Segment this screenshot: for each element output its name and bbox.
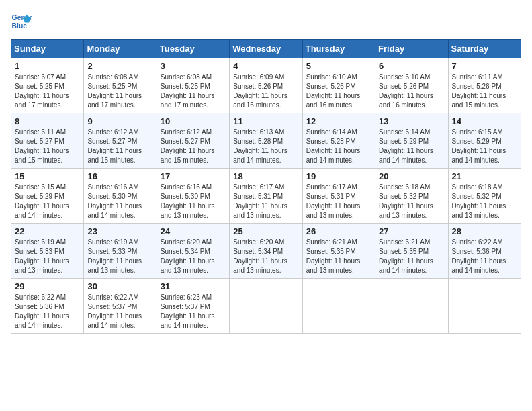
day-number: 15 [15,171,80,181]
calendar-cell: 7Sunrise: 6:11 AMSunset: 5:26 PMDaylight… [448,58,521,113]
day-info: Sunrise: 6:14 AMSunset: 5:29 PMDaylight:… [379,128,444,165]
day-header-friday: Friday [375,40,448,58]
calendar-cell [302,279,375,334]
day-info: Sunrise: 6:11 AMSunset: 5:26 PMDaylight:… [452,73,517,110]
day-number: 25 [233,226,298,236]
calendar-cell: 8Sunrise: 6:11 AMSunset: 5:27 PMDaylight… [11,113,84,169]
calendar-cell: 25Sunrise: 6:20 AMSunset: 5:34 PMDayligh… [230,224,302,279]
day-number: 10 [161,116,226,126]
calendar-table: SundayMondayTuesdayWednesdayThursdayFrid… [11,39,521,334]
calendar-cell: 31Sunrise: 6:23 AMSunset: 5:37 PMDayligh… [157,279,229,334]
day-number: 1 [15,61,80,71]
calendar-cell: 28Sunrise: 6:22 AMSunset: 5:36 PMDayligh… [448,224,521,279]
calendar-header-row: SundayMondayTuesdayWednesdayThursdayFrid… [11,40,521,58]
calendar-cell: 19Sunrise: 6:17 AMSunset: 5:31 PMDayligh… [302,169,375,224]
calendar-cell: 16Sunrise: 6:16 AMSunset: 5:30 PMDayligh… [84,169,157,224]
day-info: Sunrise: 6:14 AMSunset: 5:28 PMDaylight:… [306,128,371,165]
day-number: 29 [15,281,80,291]
calendar-cell: 20Sunrise: 6:18 AMSunset: 5:32 PMDayligh… [375,169,448,224]
calendar-cell: 11Sunrise: 6:13 AMSunset: 5:28 PMDayligh… [230,113,302,169]
day-number: 12 [306,116,371,126]
day-info: Sunrise: 6:11 AMSunset: 5:27 PMDaylight:… [15,128,80,165]
calendar-cell: 10Sunrise: 6:12 AMSunset: 5:27 PMDayligh… [157,113,229,169]
day-info: Sunrise: 6:22 AMSunset: 5:36 PMDaylight:… [15,293,80,330]
day-info: Sunrise: 6:08 AMSunset: 5:25 PMDaylight:… [161,73,226,110]
day-info: Sunrise: 6:19 AMSunset: 5:33 PMDaylight:… [15,238,80,275]
day-info: Sunrise: 6:15 AMSunset: 5:29 PMDaylight:… [452,128,517,165]
calendar-week-3: 15Sunrise: 6:15 AMSunset: 5:29 PMDayligh… [11,169,521,224]
day-number: 2 [87,61,152,71]
calendar-cell: 1Sunrise: 6:07 AMSunset: 5:25 PMDaylight… [11,58,84,113]
calendar-cell: 29Sunrise: 6:22 AMSunset: 5:36 PMDayligh… [11,279,84,334]
day-info: Sunrise: 6:22 AMSunset: 5:36 PMDaylight:… [452,238,517,275]
day-info: Sunrise: 6:17 AMSunset: 5:31 PMDaylight:… [233,183,298,220]
calendar-cell: 13Sunrise: 6:14 AMSunset: 5:29 PMDayligh… [375,113,448,169]
calendar-cell [448,279,521,334]
day-number: 16 [87,171,152,181]
day-info: Sunrise: 6:21 AMSunset: 5:35 PMDaylight:… [306,238,371,275]
day-header-wednesday: Wednesday [230,40,302,58]
logo-icon: General Blue [11,11,32,32]
calendar-cell [375,279,448,334]
calendar-cell: 9Sunrise: 6:12 AMSunset: 5:27 PMDaylight… [84,113,157,169]
calendar-cell: 5Sunrise: 6:10 AMSunset: 5:26 PMDaylight… [302,58,375,113]
day-header-monday: Monday [84,40,157,58]
day-info: Sunrise: 6:10 AMSunset: 5:26 PMDaylight:… [379,73,444,110]
day-info: Sunrise: 6:20 AMSunset: 5:34 PMDaylight:… [161,238,226,275]
calendar-week-1: 1Sunrise: 6:07 AMSunset: 5:25 PMDaylight… [11,58,521,113]
day-number: 8 [15,116,80,126]
calendar-cell: 24Sunrise: 6:20 AMSunset: 5:34 PMDayligh… [157,224,229,279]
calendar-cell: 2Sunrise: 6:08 AMSunset: 5:25 PMDaylight… [84,58,157,113]
calendar-cell: 14Sunrise: 6:15 AMSunset: 5:29 PMDayligh… [448,113,521,169]
calendar-cell: 18Sunrise: 6:17 AMSunset: 5:31 PMDayligh… [230,169,302,224]
calendar-cell: 23Sunrise: 6:19 AMSunset: 5:33 PMDayligh… [84,224,157,279]
day-number: 4 [233,61,298,71]
calendar-body: 1Sunrise: 6:07 AMSunset: 5:25 PMDaylight… [11,58,521,334]
calendar-cell: 22Sunrise: 6:19 AMSunset: 5:33 PMDayligh… [11,224,84,279]
day-info: Sunrise: 6:21 AMSunset: 5:35 PMDaylight:… [379,238,444,275]
calendar-cell [230,279,302,334]
day-info: Sunrise: 6:16 AMSunset: 5:30 PMDaylight:… [161,183,226,220]
calendar-cell: 21Sunrise: 6:18 AMSunset: 5:32 PMDayligh… [448,169,521,224]
calendar-week-5: 29Sunrise: 6:22 AMSunset: 5:36 PMDayligh… [11,279,521,334]
day-info: Sunrise: 6:15 AMSunset: 5:29 PMDaylight:… [15,183,80,220]
calendar-cell: 15Sunrise: 6:15 AMSunset: 5:29 PMDayligh… [11,169,84,224]
day-header-saturday: Saturday [448,40,521,58]
calendar-week-2: 8Sunrise: 6:11 AMSunset: 5:27 PMDaylight… [11,113,521,169]
day-number: 22 [15,226,80,236]
day-number: 19 [306,171,371,181]
day-number: 7 [452,61,517,71]
day-info: Sunrise: 6:13 AMSunset: 5:28 PMDaylight:… [233,128,298,165]
day-info: Sunrise: 6:23 AMSunset: 5:37 PMDaylight:… [161,293,226,330]
day-info: Sunrise: 6:20 AMSunset: 5:34 PMDaylight:… [233,238,298,275]
calendar-cell: 30Sunrise: 6:22 AMSunset: 5:37 PMDayligh… [84,279,157,334]
day-info: Sunrise: 6:08 AMSunset: 5:25 PMDaylight:… [87,73,152,110]
day-number: 17 [161,171,226,181]
day-number: 24 [161,226,226,236]
logo: General Blue [11,11,35,32]
day-number: 9 [87,116,152,126]
calendar-cell: 6Sunrise: 6:10 AMSunset: 5:26 PMDaylight… [375,58,448,113]
calendar-cell: 27Sunrise: 6:21 AMSunset: 5:35 PMDayligh… [375,224,448,279]
day-number: 23 [87,226,152,236]
svg-text:Blue: Blue [12,22,28,30]
day-number: 3 [161,61,226,71]
day-number: 21 [452,171,517,181]
day-number: 30 [87,281,152,291]
day-info: Sunrise: 6:18 AMSunset: 5:32 PMDaylight:… [452,183,517,220]
day-number: 11 [233,116,298,126]
header: General Blue [11,11,521,32]
day-number: 31 [161,281,226,291]
calendar-cell: 17Sunrise: 6:16 AMSunset: 5:30 PMDayligh… [157,169,229,224]
day-number: 20 [379,171,444,181]
calendar-cell: 26Sunrise: 6:21 AMSunset: 5:35 PMDayligh… [302,224,375,279]
day-number: 27 [379,226,444,236]
day-number: 26 [306,226,371,236]
day-info: Sunrise: 6:07 AMSunset: 5:25 PMDaylight:… [15,73,80,110]
day-info: Sunrise: 6:12 AMSunset: 5:27 PMDaylight:… [87,128,152,165]
day-number: 14 [452,116,517,126]
day-number: 5 [306,61,371,71]
day-header-tuesday: Tuesday [157,40,229,58]
day-info: Sunrise: 6:10 AMSunset: 5:26 PMDaylight:… [306,73,371,110]
day-info: Sunrise: 6:22 AMSunset: 5:37 PMDaylight:… [87,293,152,330]
